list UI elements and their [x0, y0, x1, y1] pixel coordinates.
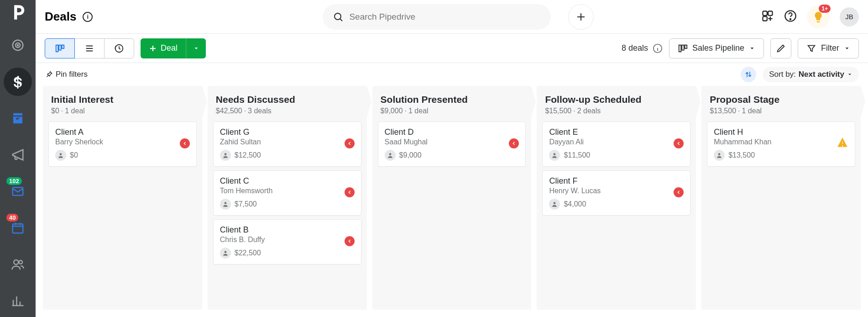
- nav-leads[interactable]: [4, 31, 32, 59]
- deal-owner: Tom Hemsworth: [220, 187, 355, 195]
- pin-filters-button[interactable]: Pin filters: [45, 70, 88, 79]
- deal-amount: $11,500: [564, 151, 590, 159]
- add-deal-dropdown[interactable]: [186, 38, 206, 58]
- assist-count: 1+: [819, 5, 831, 13]
- stage-header[interactable]: Initial Interest$0·1 deal: [43, 86, 202, 122]
- nav-activities[interactable]: 40: [4, 214, 32, 242]
- owner-avatar: [55, 150, 66, 161]
- overdue-indicator[interactable]: [674, 138, 684, 148]
- caret-down-icon: [847, 72, 852, 77]
- svg-point-25: [389, 153, 391, 155]
- deal-card[interactable]: Client FHenry W. Lucas$4,000: [542, 170, 690, 216]
- stage-title: Proposal Stage: [710, 94, 852, 105]
- deal-name: Client G: [220, 127, 355, 137]
- sales-assistant-button[interactable]: 1+: [807, 5, 830, 28]
- info-icon[interactable]: [653, 43, 663, 53]
- nav-deals[interactable]: [4, 68, 32, 96]
- nav-inbox[interactable]: 102: [4, 177, 32, 206]
- overdue-indicator[interactable]: [345, 236, 355, 246]
- overdue-indicator[interactable]: [345, 138, 355, 148]
- kanban-column: Needs Discussed$42,500·3 dealsClient GZa…: [208, 86, 367, 310]
- view-pipeline-button[interactable]: [45, 38, 75, 58]
- deal-amount: $13,500: [728, 151, 755, 159]
- left-nav-sidebar: 102 40: [0, 0, 36, 317]
- stage-header[interactable]: Solution Presented$9,000·1 deal: [372, 86, 532, 122]
- owner-avatar: [714, 150, 725, 161]
- sort-by-selector[interactable]: Sort by: Next activity: [763, 67, 859, 82]
- nav-projects[interactable]: [4, 104, 32, 132]
- nav-campaigns[interactable]: [4, 141, 32, 169]
- svg-point-28: [718, 153, 721, 155]
- deal-name: Client D: [385, 127, 519, 137]
- toolbar: Deal 8 deals Sales Pipeline Filter: [36, 34, 868, 63]
- deal-amount-row: $4,000: [549, 199, 684, 210]
- svg-rect-4: [13, 224, 23, 233]
- overdue-indicator[interactable]: [345, 187, 355, 197]
- deal-amount: $4,000: [564, 200, 586, 208]
- kanban-column: Proposal Stage$13,500·1 dealClient HMuha…: [701, 86, 861, 310]
- deal-amount: $0: [70, 151, 78, 159]
- kanban-column: Initial Interest$0·1 dealClient ABarry S…: [43, 86, 202, 310]
- svg-rect-20: [685, 45, 687, 48]
- cards-list: Client DSaad Mughal$9,000: [372, 122, 532, 167]
- search-bar[interactable]: [323, 4, 551, 30]
- filter-label: Filter: [821, 43, 839, 53]
- nav-insights[interactable]: [4, 287, 32, 315]
- overdue-indicator[interactable]: [180, 138, 190, 148]
- stage-meta: $42,500·3 deals: [216, 107, 359, 115]
- deal-amount-row: $9,000: [385, 150, 519, 161]
- deal-card[interactable]: Client GZahid Sultan$12,500: [213, 122, 361, 167]
- stage-header[interactable]: Proposal Stage$13,500·1 deal: [701, 86, 861, 122]
- overdue-indicator[interactable]: [509, 138, 519, 148]
- plus-icon: [149, 44, 157, 53]
- app-logo: [9, 4, 26, 23]
- filter-button[interactable]: Filter: [798, 38, 859, 58]
- owner-avatar: [220, 199, 231, 210]
- info-icon[interactable]: i: [83, 12, 93, 22]
- stage-meta: $0·1 deal: [51, 107, 194, 115]
- warning-icon[interactable]: [837, 137, 848, 150]
- pipeline-selector[interactable]: Sales Pipeline: [669, 38, 764, 58]
- deal-owner: Zahid Sultan: [220, 138, 355, 146]
- deal-card[interactable]: Client CTom Hemsworth$7,500: [213, 170, 361, 216]
- svg-rect-13: [56, 45, 58, 52]
- stage-meta: $15,500·2 deals: [545, 107, 688, 115]
- deal-owner: Dayyan Ali: [549, 138, 684, 146]
- deal-amount: $12,500: [235, 151, 261, 159]
- deal-amount-row: $12,500: [220, 150, 355, 161]
- svg-point-7: [335, 13, 341, 20]
- deal-card[interactable]: Client EDayyan Ali$11,500: [542, 122, 690, 167]
- caret-down-icon: [193, 45, 199, 52]
- stage-header[interactable]: Follow-up Scheduled$15,500·2 deals: [537, 86, 696, 122]
- deal-card[interactable]: Client DSaad Mughal$9,000: [378, 122, 526, 167]
- add-deal-button[interactable]: Deal: [141, 38, 186, 58]
- deal-name: Client B: [220, 225, 355, 235]
- integrations-icon[interactable]: [761, 10, 774, 24]
- owner-avatar: [549, 199, 560, 210]
- deal-owner: Saad Mughal: [385, 138, 519, 146]
- kanban-column: Solution Presented$9,000·1 dealClient DS…: [372, 86, 532, 310]
- svg-point-26: [554, 153, 556, 155]
- view-list-button[interactable]: [74, 38, 105, 58]
- deal-card[interactable]: Client ABarry Sherlock$0: [48, 122, 197, 167]
- overdue-indicator[interactable]: [674, 187, 684, 197]
- kanban-column: Follow-up Scheduled$15,500·2 dealsClient…: [537, 86, 696, 310]
- svg-point-21: [60, 153, 62, 155]
- stage-header[interactable]: Needs Discussed$42,500·3 deals: [208, 86, 367, 122]
- sort-direction-button[interactable]: [741, 67, 756, 82]
- svg-point-27: [554, 202, 556, 204]
- deal-amount-row: $11,500: [549, 150, 684, 161]
- add-button[interactable]: [568, 4, 594, 30]
- nav-contacts[interactable]: [4, 250, 32, 279]
- stage-title: Solution Presented: [381, 94, 523, 105]
- edit-pipeline-button[interactable]: [770, 38, 791, 58]
- sort-value: Next activity: [799, 70, 844, 79]
- deal-amount-row: $22,500: [220, 248, 355, 259]
- user-avatar[interactable]: JB: [840, 7, 859, 26]
- deal-card[interactable]: Client HMuhammad Khan$13,500: [707, 122, 855, 167]
- deal-card[interactable]: Client BChris B. Duffy$22,500: [213, 219, 361, 264]
- view-forecast-button[interactable]: [104, 38, 134, 58]
- help-icon[interactable]: [784, 10, 797, 24]
- svg-point-2: [17, 45, 19, 46]
- search-input[interactable]: [349, 12, 541, 22]
